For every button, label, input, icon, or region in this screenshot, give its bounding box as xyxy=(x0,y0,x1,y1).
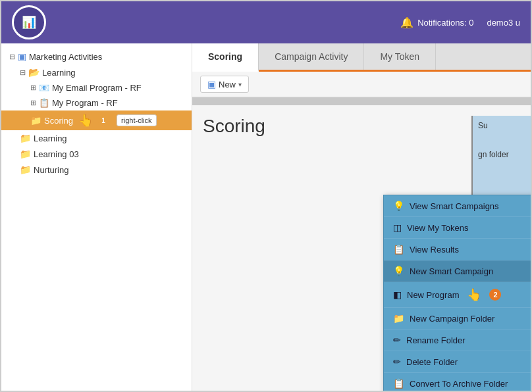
folder-icon: 📁 xyxy=(20,149,31,159)
context-item-label: Delete Folder xyxy=(406,357,458,367)
archive-icon: 📋 xyxy=(393,378,404,389)
context-item-label: New Campaign Folder xyxy=(410,314,494,324)
step-1-badge: 1 xyxy=(98,115,109,126)
sidebar-item-learning-03[interactable]: 📁 Learning 03 xyxy=(1,146,192,162)
sidebar-item-learning-sub[interactable]: 📁 Learning xyxy=(1,130,192,146)
context-item-label: View Smart Campaigns xyxy=(410,201,499,211)
context-menu-new-program[interactable]: ◧ New Program 👆 2 xyxy=(384,282,532,308)
logo-icon: 📊 xyxy=(22,15,36,30)
email-program-icon: 📧 xyxy=(39,83,49,93)
context-item-label: Convert To Archive Folder xyxy=(410,379,508,389)
new-label: New xyxy=(219,80,236,89)
step-2-badge: 2 xyxy=(489,289,501,301)
new-icon: ▣ xyxy=(207,79,216,89)
tab-label: My Token xyxy=(380,51,419,62)
right-info-panel: Su gn folder xyxy=(471,116,531,201)
logo: 📊 xyxy=(12,5,46,39)
context-menu-view-results[interactable]: 📋 View Results xyxy=(384,239,532,260)
context-item-label: New Program xyxy=(407,290,459,300)
context-menu-new-campaign-folder[interactable]: 📁 New Campaign Folder xyxy=(384,308,532,330)
sidebar-item-label: Learning xyxy=(34,134,67,143)
context-item-label: New Smart Campaign xyxy=(410,266,493,276)
notifications: 🔔 Notifications: 0 xyxy=(400,16,473,29)
context-menu-new-smart-campaign[interactable]: 💡 New Smart Campaign xyxy=(384,260,532,282)
folder-icon: ▣ xyxy=(18,51,26,62)
folder-open-icon: 📂 xyxy=(28,67,40,78)
sidebar-item-my-email-program[interactable]: ⊞ 📧 My Email Program - RF xyxy=(1,80,192,95)
tokens-icon: ◫ xyxy=(393,222,402,233)
expand-icon: ⊞ xyxy=(30,99,36,107)
content-area: Scoring Campaign Activity My Token ▣ New… xyxy=(192,43,531,392)
header-right: 🔔 Notifications: 0 demo3 u xyxy=(400,16,520,29)
dropdown-arrow-icon: ▾ xyxy=(238,81,242,88)
expand-icon: ⊟ xyxy=(9,53,15,61)
context-item-label: View My Tokens xyxy=(407,223,468,233)
sidebar-item-label: Scoring xyxy=(44,116,73,126)
tabs-bar: Scoring Campaign Activity My Token xyxy=(192,43,531,72)
toolbar: ▣ New ▾ xyxy=(192,72,531,97)
sidebar-item-label: Marketing Activities xyxy=(29,52,102,62)
header: 📊 🔔 Notifications: 0 demo3 u xyxy=(1,1,531,43)
right-click-badge: right-click xyxy=(117,114,156,126)
sidebar-item-learning[interactable]: ⊟ 📂 Learning xyxy=(1,64,192,80)
tab-scoring[interactable]: Scoring xyxy=(192,43,259,72)
spacer xyxy=(192,97,531,105)
expand-icon: ⊞ xyxy=(30,84,36,92)
new-button[interactable]: ▣ New ▾ xyxy=(200,76,249,93)
context-item-label: View Results xyxy=(410,245,459,255)
context-menu: 💡 View Smart Campaigns ◫ View My Tokens … xyxy=(383,195,532,392)
tab-my-tokens[interactable]: My Token xyxy=(364,43,436,70)
notification-icon: 🔔 xyxy=(400,16,413,29)
sidebar-item-my-program-rf[interactable]: ⊞ 📋 My Program - RF xyxy=(1,95,192,110)
cursor-icon: 👆 xyxy=(78,113,93,128)
context-menu-delete-folder[interactable]: ✏ Delete Folder xyxy=(384,351,532,373)
context-menu-view-smart-campaigns[interactable]: 💡 View Smart Campaigns xyxy=(384,195,532,217)
sidebar-item-marketing-activities[interactable]: ⊟ ▣ Marketing Activities xyxy=(1,49,192,64)
folder2-icon: 📁 xyxy=(393,313,404,324)
notifications-label: Notifications: 0 xyxy=(417,18,473,28)
panel-line1: Su xyxy=(478,121,525,130)
sidebar-item-label: My Program - RF xyxy=(52,98,118,108)
sidebar-item-label: Nurturing xyxy=(34,165,68,175)
bulb2-icon: 💡 xyxy=(393,266,404,276)
program2-icon: ◧ xyxy=(393,289,402,300)
bulb-icon: 💡 xyxy=(393,201,404,211)
folder-icon: 📁 xyxy=(20,164,31,175)
rename-icon: ✏ xyxy=(393,335,401,345)
tab-campaign-activity[interactable]: Campaign Activity xyxy=(259,43,364,70)
sidebar-item-nurturing[interactable]: 📁 Nurturing xyxy=(1,162,192,178)
folder-icon: 📁 xyxy=(30,115,41,126)
delete-icon: ✏ xyxy=(393,356,401,367)
expand-icon: ⊟ xyxy=(20,68,26,77)
context-menu-rename-folder[interactable]: ✏ Rename Folder xyxy=(384,330,532,351)
cursor2-icon: 👆 xyxy=(467,287,481,302)
folder-icon: 📁 xyxy=(20,133,31,143)
panel-line2: gn folder xyxy=(478,150,525,159)
results-icon: 📋 xyxy=(393,244,404,255)
user-label: demo3 u xyxy=(487,18,520,28)
context-menu-view-my-tokens[interactable]: ◫ View My Tokens xyxy=(384,217,532,239)
tab-label: Campaign Activity xyxy=(275,51,348,62)
sidebar-item-label: Learning 03 xyxy=(34,149,79,159)
main-layout: ⊟ ▣ Marketing Activities ⊟ 📂 Learning ⊞ … xyxy=(1,43,531,392)
sidebar-item-label: Learning xyxy=(42,68,76,78)
context-item-label: Rename Folder xyxy=(406,335,466,345)
sidebar-item-scoring[interactable]: 📁 Scoring 👆 1 right-click xyxy=(1,110,192,130)
tab-label: Scoring xyxy=(208,51,242,62)
sidebar-item-label: My Email Program - RF xyxy=(52,83,142,93)
sidebar-tree: ⊟ ▣ Marketing Activities ⊟ 📂 Learning ⊞ … xyxy=(1,43,192,183)
sidebar: ⊟ ▣ Marketing Activities ⊟ 📂 Learning ⊞ … xyxy=(1,43,192,392)
context-menu-convert-archive[interactable]: 📋 Convert To Archive Folder xyxy=(384,373,532,392)
program-icon: 📋 xyxy=(39,98,49,108)
